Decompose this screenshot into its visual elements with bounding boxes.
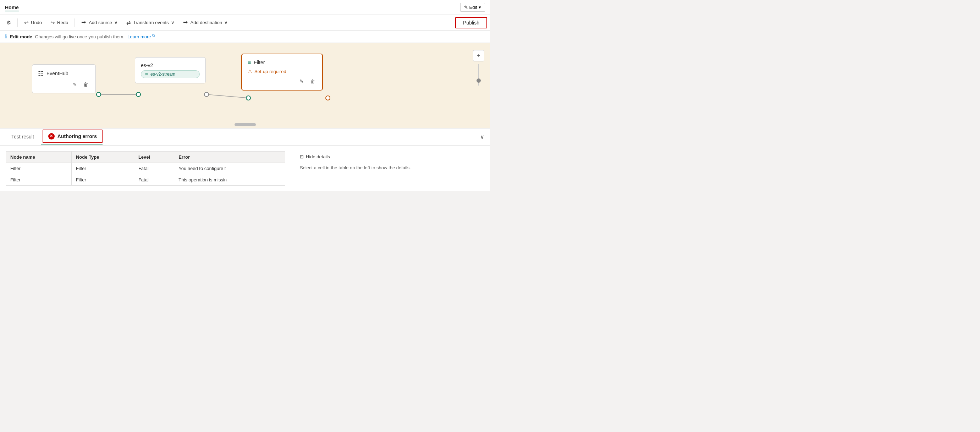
hide-details-icon: ⊡ [300,154,304,159]
toolbar-divider-2 [75,18,75,27]
row2-node-type: Filter [71,174,134,186]
tab-authoring-errors[interactable]: ✕ Authoring errors [43,129,103,143]
col-node-type: Node Type [71,151,134,163]
table-header-row: Node name Node Type Level Error [6,151,285,163]
eventhub-actions: ✎ 🗑 [38,81,90,88]
add-source-icon: ⮕ [81,19,87,26]
zoom-controls: + [473,50,484,87]
authoring-errors-table: Node name Node Type Level Error Filter F… [6,151,285,186]
es-label: es-v2 [141,62,153,68]
stream-label: es-v2-stream [150,72,175,77]
eventhub-delete-button[interactable]: 🗑 [82,81,90,88]
svg-point-2 [97,92,101,97]
table-row[interactable]: Filter Filter Fatal This operation is mi… [6,174,285,186]
filter-label: Filter [254,60,265,65]
chevron-icon: ▾ [479,5,481,10]
undo-button[interactable]: ↩ Undo [21,18,45,28]
filter-delete-button[interactable]: 🗑 [309,78,317,85]
add-destination-chevron-icon: ∨ [224,20,228,25]
row1-node-name: Filter [6,163,72,174]
tab-test-result[interactable]: Test result [6,129,40,145]
eventhub-icon: ☷ [38,70,44,77]
svg-point-6 [326,96,330,100]
hide-details-label: Hide details [306,154,330,159]
hide-details-button[interactable]: ⊡ Hide details [300,154,330,159]
eventhub-node: ☷ EventHub ✎ 🗑 [32,64,96,93]
details-panel: ⊡ Hide details Select a cell in the tabl… [291,151,490,186]
authoring-tab-underline [41,144,103,145]
undo-icon: ↩ [24,19,29,26]
table-row[interactable]: Filter Filter Fatal You need to configur… [6,163,285,174]
toolbar-divider-1 [18,18,18,27]
col-error: Error [174,151,285,163]
transform-icon: ⇄ [126,19,131,26]
row1-level: Fatal [134,163,174,174]
stream-badge: ≋ es-v2-stream [141,70,200,78]
collapse-button[interactable]: ∨ [480,134,484,140]
col-node-name: Node name [6,151,72,163]
external-link-icon: ⧉ [152,33,155,37]
filter-node: ≡ Filter ⚠ Set-up required ✎ 🗑 [241,54,323,91]
row1-node-type: Filter [71,163,134,174]
add-destination-button[interactable]: ⮕ Add destination ∨ [180,18,232,28]
authoring-error-icon: ✕ [48,133,55,140]
info-bar: ℹ Edit mode Changes will go live once yo… [0,30,490,43]
svg-point-3 [136,92,140,97]
authoring-errors-label: Authoring errors [57,134,97,139]
zoom-in-button[interactable]: + [473,50,484,61]
add-destination-icon: ⮕ [183,19,188,26]
edit-mode-label: Edit mode [10,34,32,40]
tab-bar: Test result ✕ Authoring errors ∨ [0,129,490,145]
publish-button[interactable]: Publish [455,17,487,29]
svg-point-4 [204,92,208,97]
edit-button[interactable]: ✎ Edit ▾ [460,3,485,12]
svg-line-1 [207,94,248,98]
row2-error: This operation is missin [174,174,285,186]
zoom-slider-track [478,64,479,86]
es-title: es-v2 [141,62,200,68]
learn-more-label: Learn more [127,34,151,40]
transform-label: Transform events [133,20,169,25]
zoom-slider-thumb [477,78,481,83]
toolbar: ⚙ ↩ Undo ↪ Redo ⮕ Add source ∨ ⇄ Transfo… [0,15,490,30]
undo-label: Undo [31,20,42,25]
edit-label: Edit [469,5,477,10]
filter-edit-button[interactable]: ✎ [298,78,305,85]
errors-table: Node name Node Type Level Error Filter F… [0,151,291,186]
col-level: Level [134,151,174,163]
filter-warning: ⚠ Set-up required [248,69,317,74]
filter-icon: ≡ [248,59,251,66]
row2-node-name: Filter [6,174,72,186]
bottom-panel: Test result ✕ Authoring errors ∨ Node na… [0,128,490,191]
table-area: Node name Node Type Level Error Filter F… [0,145,490,191]
eventhub-title: ☷ EventHub [38,70,90,77]
setup-required-label: Set-up required [255,69,286,74]
add-destination-label: Add destination [191,20,223,25]
redo-button[interactable]: ↪ Redo [47,18,72,28]
scroll-indicator [234,123,256,126]
warning-triangle-icon: ⚠ [248,69,252,74]
redo-label: Redo [57,20,68,25]
svg-point-5 [246,96,250,100]
filter-actions: ✎ 🗑 [248,78,317,85]
settings-icon: ⚙ [6,19,11,26]
info-message: Changes will go live once you publish th… [35,34,124,40]
add-source-button[interactable]: ⮕ Add source ∨ [78,18,121,28]
eventhub-edit-button[interactable]: ✎ [71,81,78,88]
settings-button[interactable]: ⚙ [3,18,14,28]
es-node: es-v2 ≋ es-v2-stream [135,57,206,83]
canvas: ☷ EventHub ✎ 🗑 es-v2 ≋ es-v2-stream ≡ Fi… [0,43,490,128]
details-message: Select a cell in the table on the left t… [300,165,482,171]
row2-level: Fatal [134,174,174,186]
stream-icon: ≋ [145,72,148,77]
redo-icon: ↪ [50,19,55,26]
filter-title: ≡ Filter [248,59,317,66]
transform-chevron-icon: ∨ [171,20,175,25]
row1-error: You need to configure t [174,163,285,174]
eventhub-label: EventHub [46,71,68,77]
add-source-chevron-icon: ∨ [114,20,118,25]
pencil-icon: ✎ [464,5,468,10]
transform-events-button[interactable]: ⇄ Transform events ∨ [123,18,178,28]
learn-more-link[interactable]: Learn more ⧉ [127,33,155,40]
header-area: Home ✎ Edit ▾ [0,0,490,15]
